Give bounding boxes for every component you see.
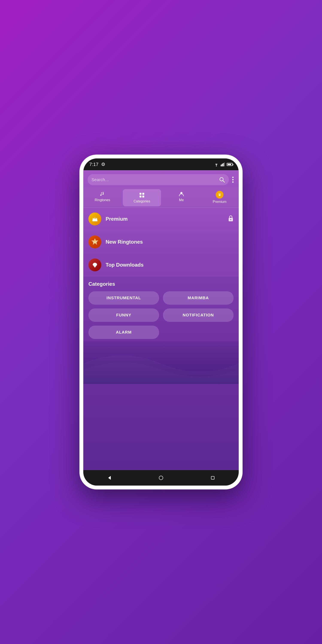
tab-ringtones-label: Ringtones xyxy=(95,198,110,202)
category-grid-row-1: INSTRUMENTAL MARIMBA xyxy=(88,291,234,304)
category-grid-row-2: FUNNY NOTIFICATION xyxy=(88,308,234,322)
signal-icon xyxy=(221,162,225,166)
home-circle-icon xyxy=(159,476,163,480)
android-nav-bar xyxy=(83,470,239,486)
wave-decoration xyxy=(83,341,239,384)
search-bar-container: Search... xyxy=(83,170,239,188)
search-icon xyxy=(219,177,225,183)
svg-rect-4 xyxy=(224,162,225,166)
phone-screen: 7:17 ⚙ xyxy=(83,158,239,486)
tab-me[interactable]: Me xyxy=(162,188,200,208)
top-downloads-row[interactable]: Top Downloads xyxy=(83,254,239,276)
svg-point-14 xyxy=(230,219,232,220)
status-bar: 7:17 ⚙ xyxy=(83,158,239,170)
home-button[interactable] xyxy=(156,473,166,482)
svg-point-0 xyxy=(216,166,217,166)
new-ringtones-row[interactable]: NEW New Ringtones xyxy=(83,231,239,253)
svg-line-6 xyxy=(223,180,224,182)
categories-section: Categories INSTRUMENTAL MARIMBA xyxy=(83,277,239,341)
person-icon xyxy=(178,191,184,197)
premium-row[interactable]: Premium xyxy=(83,208,239,230)
funny-label: FUNNY xyxy=(116,313,131,318)
battery-icon xyxy=(227,163,233,166)
top-downloads-label: Top Downloads xyxy=(106,262,234,268)
back-button[interactable] xyxy=(104,473,114,482)
categories-grid: INSTRUMENTAL MARIMBA FUNNY xyxy=(88,291,234,339)
svg-point-20 xyxy=(159,476,163,480)
premium-icon-circle xyxy=(88,212,101,226)
content-area: Premium NEW xyxy=(83,208,239,470)
crown-large-icon xyxy=(92,216,98,222)
svg-rect-2 xyxy=(222,164,222,166)
category-chip-funny[interactable]: FUNNY xyxy=(88,308,159,322)
tab-premium[interactable]: ♛ Premium xyxy=(200,188,239,208)
back-icon xyxy=(107,476,112,480)
categories-heading: Categories xyxy=(88,281,234,287)
grid-icon xyxy=(139,192,145,198)
app-content: Search... xyxy=(83,170,239,470)
more-menu-button[interactable] xyxy=(232,176,234,184)
premium-badge: ♛ xyxy=(216,191,224,198)
recents-button[interactable] xyxy=(208,473,218,482)
alarm-label: ALARM xyxy=(116,330,132,335)
gear-icon: ⚙ xyxy=(101,162,106,167)
svg-rect-1 xyxy=(221,165,222,166)
download-cloud-icon xyxy=(91,261,98,268)
crown-icon: ♛ xyxy=(218,192,221,197)
tab-categories-label: Categories xyxy=(134,200,150,203)
tab-categories[interactable]: Categories xyxy=(123,189,161,206)
category-chip-instrumental[interactable]: INSTRUMENTAL xyxy=(88,291,159,304)
new-badge-icon: NEW xyxy=(91,238,99,246)
instrumental-label: INSTRUMENTAL xyxy=(106,296,141,300)
lock-svg xyxy=(228,215,234,222)
category-chip-alarm[interactable]: ALARM xyxy=(88,326,159,339)
recents-icon xyxy=(211,476,215,480)
bottom-nav: Ringtones Categories xyxy=(83,188,239,208)
top-downloads-icon-circle xyxy=(88,258,101,271)
svg-rect-3 xyxy=(223,163,224,166)
category-grid-row-3: ALARM xyxy=(88,326,234,339)
status-left: 7:17 ⚙ xyxy=(89,162,106,167)
search-placeholder-text: Search... xyxy=(92,177,216,182)
phone-frame: 7:17 ⚙ xyxy=(80,154,242,490)
svg-rect-12 xyxy=(92,221,98,221)
svg-rect-10 xyxy=(142,196,144,198)
tab-premium-label: Premium xyxy=(213,200,226,204)
wave-svg xyxy=(83,343,239,384)
status-time: 7:17 xyxy=(89,162,98,167)
category-chip-notification[interactable]: NOTIFICATION xyxy=(163,308,234,322)
wifi-icon xyxy=(214,162,219,166)
music-note-icon xyxy=(100,191,106,197)
new-ringtones-icon-circle: NEW xyxy=(88,236,101,248)
search-bar[interactable]: Search... xyxy=(88,174,229,185)
status-right xyxy=(214,162,233,166)
tab-ringtones[interactable]: Ringtones xyxy=(83,188,122,208)
notification-label: NOTIFICATION xyxy=(183,313,214,318)
svg-rect-9 xyxy=(140,196,142,198)
svg-marker-19 xyxy=(108,476,111,480)
new-ringtones-label: New Ringtones xyxy=(106,239,234,245)
svg-rect-21 xyxy=(211,476,214,479)
premium-label: Premium xyxy=(106,216,228,222)
category-chip-marimba[interactable]: MARIMBA xyxy=(163,291,234,304)
svg-rect-7 xyxy=(140,193,142,195)
tab-me-label: Me xyxy=(179,198,184,202)
svg-rect-8 xyxy=(142,193,144,195)
lock-icon xyxy=(228,215,234,223)
marimba-label: MARIMBA xyxy=(188,296,209,300)
svg-text:NEW: NEW xyxy=(93,241,97,243)
